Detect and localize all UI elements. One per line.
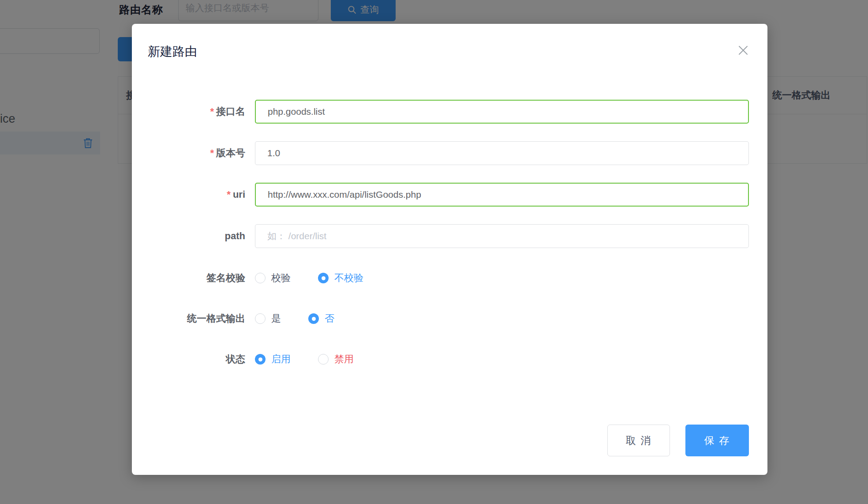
status-radio-group: 启用 禁用: [255, 353, 354, 366]
form-row-signature-check: 签名校验 校验 不校验: [132, 266, 749, 290]
radio-unselected-icon[interactable]: [255, 313, 266, 324]
unified-output-radio-group: 是 否: [255, 312, 334, 325]
radio-selected-icon[interactable]: [308, 313, 319, 324]
uri-label: *uri: [132, 189, 245, 200]
version-input[interactable]: [255, 141, 749, 165]
close-icon[interactable]: [734, 41, 752, 59]
radio-option-disabled[interactable]: 禁用: [318, 353, 354, 366]
status-label: 状态: [132, 353, 245, 366]
interface-name-label: *接口名: [132, 105, 245, 118]
required-asterisk: *: [227, 189, 231, 200]
cancel-button[interactable]: 取 消: [607, 425, 670, 456]
unified-output-label: 统一格式输出: [132, 312, 245, 325]
save-button[interactable]: 保 存: [685, 425, 749, 456]
version-label: *版本号: [132, 147, 245, 160]
signature-check-label: 签名校验: [132, 271, 245, 285]
form-row-unified-output: 统一格式输出 是 否: [132, 306, 749, 331]
form-row-uri: *uri: [132, 182, 749, 207]
required-asterisk: *: [210, 106, 214, 117]
path-label: path: [132, 230, 245, 242]
radio-selected-icon[interactable]: [255, 354, 266, 365]
modal-title: 新建路由: [148, 43, 197, 60]
radio-option-no-check[interactable]: 不校验: [318, 271, 363, 285]
radio-option-check[interactable]: 校验: [255, 271, 291, 285]
signature-check-radio-group: 校验 不校验: [255, 271, 363, 285]
radio-selected-icon[interactable]: [318, 273, 329, 283]
form-row-path: path: [132, 224, 749, 248]
form-row-interface-name: *接口名: [132, 99, 749, 124]
interface-name-input[interactable]: [255, 100, 749, 124]
radio-option-enabled[interactable]: 启用: [255, 353, 291, 366]
radio-option-yes[interactable]: 是: [255, 312, 281, 325]
radio-option-no[interactable]: 否: [308, 312, 334, 325]
path-input[interactable]: [255, 224, 749, 248]
create-route-modal: 新建路由 *接口名 *版本号 *uri pa: [132, 24, 767, 475]
form-row-version: *版本号: [132, 141, 749, 165]
form-row-status: 状态 启用 禁用: [132, 347, 749, 372]
radio-unselected-icon[interactable]: [255, 273, 266, 283]
radio-unselected-icon[interactable]: [318, 354, 329, 365]
required-asterisk: *: [210, 147, 214, 158]
uri-input[interactable]: [255, 183, 749, 207]
